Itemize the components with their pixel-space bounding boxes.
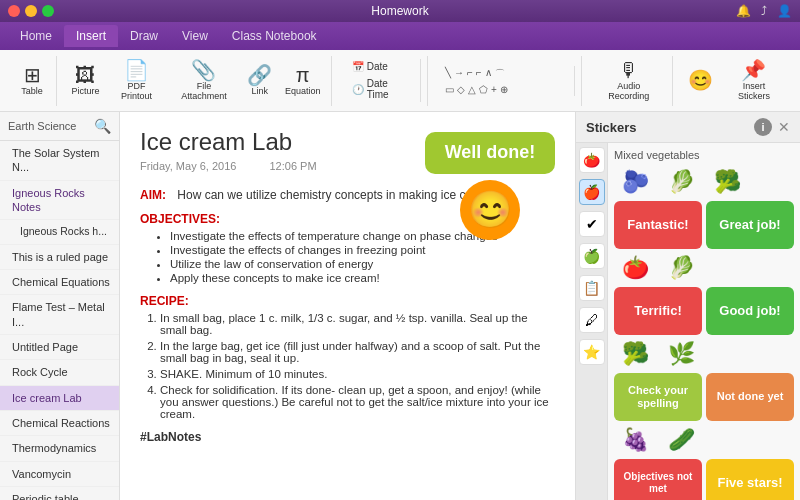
sticker-check-spelling[interactable]: Check your spelling: [614, 373, 702, 421]
equation-icon: π: [296, 65, 310, 85]
sticker-face-button[interactable]: 😊: [683, 67, 719, 94]
sidebar-item-untitled-page-1[interactable]: Untitled Page: [0, 335, 119, 360]
stickers-veggie-grid-4: 🍇 🥒: [614, 425, 794, 455]
sidebar-item-flame-test[interactable]: Flame Test – Metal I...: [0, 295, 119, 335]
sticker-nav-pen[interactable]: 🖊: [579, 307, 605, 333]
line-shape[interactable]: ╲: [444, 66, 452, 82]
sticker-overlay: Well done! 😊: [425, 132, 555, 240]
sidebar-item-ruled-page[interactable]: This is a ruled page: [0, 245, 119, 270]
link-icon: 🔗: [247, 65, 272, 85]
sticker-green-veg-1[interactable]: 🥬: [660, 167, 702, 197]
close-stickers-button[interactable]: ✕: [778, 119, 790, 135]
minimize-button[interactable]: [25, 5, 37, 17]
stickers-veggie-grid: 🫐 🥬 🥦: [614, 167, 794, 197]
sticker-green-char[interactable]: 🥬: [660, 253, 702, 283]
stickers-panel-title: Stickers: [586, 120, 637, 135]
sticker-char-3[interactable]: 🥦: [614, 339, 656, 369]
tab-draw[interactable]: Draw: [118, 25, 170, 47]
link-button[interactable]: 🔗 Link: [242, 62, 278, 99]
table-button[interactable]: ⊞ Table: [14, 62, 50, 99]
tab-class-notebook[interactable]: Class Notebook: [220, 25, 329, 47]
file-attachment-button[interactable]: 📎 File Attachment: [169, 57, 238, 104]
sidebar-item-igneous-rocks[interactable]: Igneous Rocks Notes: [0, 181, 119, 221]
rect-shape[interactable]: ▭: [444, 83, 455, 96]
sticker-not-done-yet[interactable]: Not done yet: [706, 373, 794, 421]
content-area: Well done! 😊 Ice cream Lab Friday, May 6…: [120, 112, 575, 500]
sidebar-item-chemical-equations[interactable]: Chemical Equations: [0, 270, 119, 295]
sticker-objectives-not-met[interactable]: Objectives not met: [614, 459, 702, 500]
sticker-char-4[interactable]: 🌿: [660, 339, 702, 369]
audio-recording-button[interactable]: 🎙 Audio Recording: [592, 57, 666, 104]
title-bar-icons: 🔔 ⤴ 👤: [736, 4, 792, 18]
bell-icon[interactable]: 🔔: [736, 4, 751, 18]
sticker-good-job[interactable]: Good job!: [706, 287, 794, 335]
traffic-lights: [8, 5, 54, 17]
maximize-button[interactable]: [42, 5, 54, 17]
ribbon-group-date: 📅 Date 🕐 Date Time: [336, 56, 428, 106]
diamond-shape[interactable]: ◇: [456, 83, 466, 96]
sidebar-item-solar-system[interactable]: The Solar System N...: [0, 141, 119, 181]
corner-shape[interactable]: ⌐: [466, 66, 474, 82]
stickers-labels-grid-2: Terrific! Good job!: [614, 287, 794, 335]
curve-shape[interactable]: ⌒: [494, 66, 506, 82]
sticker-empty-2: [706, 253, 748, 283]
sidebar-item-ice-cream-lab[interactable]: Ice cream Lab: [0, 386, 119, 411]
sticker-five-stars[interactable]: Five stars!: [706, 459, 794, 500]
sticker-great-job[interactable]: Great job!: [706, 201, 794, 249]
sticker-nav-apple[interactable]: 🍎: [579, 179, 605, 205]
date-button[interactable]: 📅 Date: [348, 59, 414, 74]
user-icon[interactable]: 👤: [777, 4, 792, 18]
tab-view[interactable]: View: [170, 25, 220, 47]
info-button[interactable]: i: [754, 118, 772, 136]
sidebar-item-chemical-reactions[interactable]: Chemical Reactions: [0, 411, 119, 436]
ribbon-group-shapes: ╲ → ⌐ ⌐ ∧ ⌒ ▭ ◇ △ ⬠ + ⊕: [432, 56, 582, 106]
zigzag-shape[interactable]: ∧: [484, 66, 493, 82]
sticker-nav-clipboard[interactable]: 📋: [579, 275, 605, 301]
plus-shape[interactable]: ⊕: [499, 83, 509, 96]
search-icon[interactable]: 🔍: [94, 118, 111, 134]
sidebar-item-rock-cycle[interactable]: Rock Cycle: [0, 360, 119, 385]
close-button[interactable]: [8, 5, 20, 17]
sidebar-section-title: Earth Science: [8, 120, 94, 132]
table-icon: ⊞: [24, 65, 41, 85]
recipe-label: RECIPE:: [140, 294, 555, 308]
pentagon-shape[interactable]: ⬠: [478, 83, 489, 96]
datetime-button[interactable]: 🕐 Date Time: [348, 76, 414, 102]
ribbon-group-table: ⊞ Table: [8, 56, 57, 106]
sticker-red-char[interactable]: 🍅: [614, 253, 656, 283]
sticker-nav-tomato[interactable]: 🍅: [579, 147, 605, 173]
tab-home[interactable]: Home: [8, 25, 64, 47]
insert-stickers-button[interactable]: 📌 Insert Stickers: [722, 57, 786, 104]
list-item: Investigate the effects of changes in fr…: [170, 244, 555, 256]
sticker-purple-2[interactable]: 🍇: [614, 425, 656, 455]
sticker-purple-veg-1[interactable]: 🫐: [614, 167, 656, 197]
triangle-shape[interactable]: △: [467, 83, 477, 96]
microphone-icon: 🎙: [619, 60, 639, 80]
equation-button[interactable]: π Equation: [281, 62, 325, 99]
stickers-body: 🍅 🍎 ✔ 🍏 📋 🖊 ⭐ Mixed vegetables 🫐 🥬 🥦: [576, 143, 800, 500]
shapes-palette: ╲ → ⌐ ⌐ ∧ ⌒ ▭ ◇ △ ⬠ + ⊕: [438, 66, 575, 96]
list-item: Check for solidification. If its done- c…: [160, 384, 555, 420]
share-icon[interactable]: ⤴: [761, 4, 767, 18]
sidebar-item-vancomycin[interactable]: Vancomycin: [0, 462, 119, 487]
pdf-icon: 📄: [124, 60, 149, 80]
stickers-content: Mixed vegetables 🫐 🥬 🥦 Fantastic! Great …: [608, 143, 800, 500]
sticker-green-veg-2[interactable]: 🥦: [706, 167, 748, 197]
bracket-shape[interactable]: ⌐: [475, 66, 483, 82]
sidebar-item-thermodynamics[interactable]: Thermodynamics: [0, 436, 119, 461]
picture-button[interactable]: 🖼 Picture: [67, 62, 104, 99]
tab-insert[interactable]: Insert: [64, 25, 118, 47]
sidebar-item-igneous-rocks-h[interactable]: Igneous Rocks h...: [0, 220, 119, 245]
cross-shape[interactable]: +: [490, 83, 498, 96]
pdf-printout-button[interactable]: 📄 PDF Printout: [107, 57, 166, 104]
sticker-fantastic[interactable]: Fantastic!: [614, 201, 702, 249]
sticker-nav-star[interactable]: ⭐: [579, 339, 605, 365]
sticker-nav-green-apple[interactable]: 🍏: [579, 243, 605, 269]
sticker-green-3[interactable]: 🥒: [660, 425, 702, 455]
sticker-terrific[interactable]: Terrific!: [614, 287, 702, 335]
list-item: SHAKE. Minimum of 10 minutes.: [160, 368, 555, 380]
ribbon: Home Insert Draw View Class Notebook ⊞ T…: [0, 22, 800, 112]
sticker-nav-check[interactable]: ✔: [579, 211, 605, 237]
sidebar-item-periodic-table[interactable]: Periodic table: [0, 487, 119, 500]
arrow-shape[interactable]: →: [453, 66, 465, 82]
